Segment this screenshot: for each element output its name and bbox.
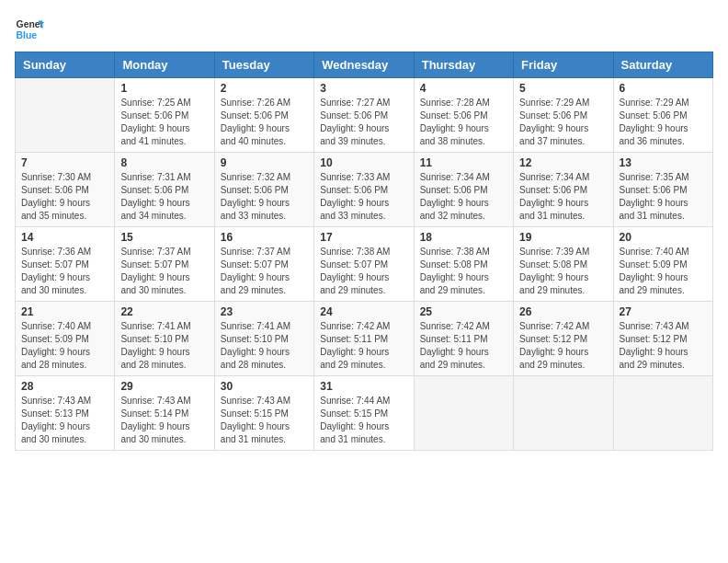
calendar-cell: 3Sunrise: 7:27 AM Sunset: 5:06 PM Daylig…	[314, 78, 414, 153]
calendar-cell: 9Sunrise: 7:32 AM Sunset: 5:06 PM Daylig…	[214, 153, 313, 227]
calendar-cell: 31Sunrise: 7:44 AM Sunset: 5:15 PM Dayli…	[314, 376, 414, 451]
day-info: Sunrise: 7:41 AM Sunset: 5:10 PM Dayligh…	[120, 320, 208, 372]
calendar-cell: 28Sunrise: 7:43 AM Sunset: 5:13 PM Dayli…	[16, 376, 115, 451]
day-number: 20	[620, 231, 707, 244]
day-info: Sunrise: 7:36 AM Sunset: 5:07 PM Dayligh…	[21, 246, 108, 297]
calendar-cell: 30Sunrise: 7:43 AM Sunset: 5:15 PM Dayli…	[214, 376, 313, 451]
day-info: Sunrise: 7:34 AM Sunset: 5:06 PM Dayligh…	[420, 171, 507, 223]
day-number: 23	[221, 305, 308, 318]
calendar-cell: 14Sunrise: 7:36 AM Sunset: 5:07 PM Dayli…	[16, 227, 115, 302]
calendar-cell: 15Sunrise: 7:37 AM Sunset: 5:07 PM Dayli…	[115, 227, 214, 302]
day-info: Sunrise: 7:43 AM Sunset: 5:13 PM Dayligh…	[21, 395, 108, 446]
day-info: Sunrise: 7:30 AM Sunset: 5:06 PM Dayligh…	[21, 171, 108, 223]
day-number: 3	[320, 82, 407, 95]
calendar-cell: 11Sunrise: 7:34 AM Sunset: 5:06 PM Dayli…	[414, 153, 513, 227]
calendar-week-row: 7Sunrise: 7:30 AM Sunset: 5:06 PM Daylig…	[16, 153, 713, 227]
calendar-cell: 27Sunrise: 7:43 AM Sunset: 5:12 PM Dayli…	[613, 302, 712, 376]
weekday-header-thursday: Thursday	[414, 52, 513, 78]
logo: General Blue	[15, 15, 48, 44]
calendar-table: SundayMondayTuesdayWednesdayThursdayFrid…	[15, 52, 713, 451]
day-info: Sunrise: 7:43 AM Sunset: 5:12 PM Dayligh…	[620, 320, 707, 372]
calendar-cell: 6Sunrise: 7:29 AM Sunset: 5:06 PM Daylig…	[613, 78, 712, 153]
day-info: Sunrise: 7:42 AM Sunset: 5:11 PM Dayligh…	[320, 320, 407, 372]
day-number: 24	[320, 305, 407, 318]
day-number: 9	[221, 156, 308, 169]
calendar-cell: 20Sunrise: 7:40 AM Sunset: 5:09 PM Dayli…	[613, 227, 712, 302]
day-info: Sunrise: 7:26 AM Sunset: 5:06 PM Dayligh…	[221, 97, 308, 148]
day-number: 5	[519, 82, 607, 95]
calendar-cell: 25Sunrise: 7:42 AM Sunset: 5:11 PM Dayli…	[414, 302, 513, 376]
day-info: Sunrise: 7:31 AM Sunset: 5:06 PM Dayligh…	[120, 171, 208, 223]
weekday-header-tuesday: Tuesday	[214, 52, 313, 78]
calendar-cell: 23Sunrise: 7:41 AM Sunset: 5:10 PM Dayli…	[214, 302, 313, 376]
day-number: 8	[120, 156, 208, 169]
calendar-cell: 16Sunrise: 7:37 AM Sunset: 5:07 PM Dayli…	[214, 227, 313, 302]
day-info: Sunrise: 7:27 AM Sunset: 5:06 PM Dayligh…	[320, 97, 407, 148]
weekday-header-saturday: Saturday	[613, 52, 712, 78]
calendar-cell: 26Sunrise: 7:42 AM Sunset: 5:12 PM Dayli…	[514, 302, 613, 376]
weekday-header-wednesday: Wednesday	[314, 52, 414, 78]
day-number: 15	[120, 231, 208, 244]
day-info: Sunrise: 7:37 AM Sunset: 5:07 PM Dayligh…	[221, 246, 308, 297]
logo-icon: General Blue	[15, 15, 44, 44]
day-number: 19	[519, 231, 607, 244]
day-number: 1	[120, 82, 208, 95]
day-number: 14	[21, 231, 108, 244]
calendar-header-row: SundayMondayTuesdayWednesdayThursdayFrid…	[16, 52, 713, 78]
calendar-week-row: 21Sunrise: 7:40 AM Sunset: 5:09 PM Dayli…	[16, 302, 713, 376]
day-number: 4	[420, 82, 507, 95]
calendar-cell	[613, 376, 712, 451]
calendar-cell: 18Sunrise: 7:38 AM Sunset: 5:08 PM Dayli…	[414, 227, 513, 302]
calendar-week-row: 14Sunrise: 7:36 AM Sunset: 5:07 PM Dayli…	[16, 227, 713, 302]
calendar-cell: 24Sunrise: 7:42 AM Sunset: 5:11 PM Dayli…	[314, 302, 414, 376]
day-info: Sunrise: 7:29 AM Sunset: 5:06 PM Dayligh…	[519, 97, 607, 148]
day-info: Sunrise: 7:43 AM Sunset: 5:15 PM Dayligh…	[221, 395, 308, 446]
calendar-cell: 4Sunrise: 7:28 AM Sunset: 5:06 PM Daylig…	[414, 78, 513, 153]
day-info: Sunrise: 7:38 AM Sunset: 5:07 PM Dayligh…	[320, 246, 407, 297]
day-info: Sunrise: 7:43 AM Sunset: 5:14 PM Dayligh…	[120, 395, 208, 446]
day-info: Sunrise: 7:33 AM Sunset: 5:06 PM Dayligh…	[320, 171, 407, 223]
day-number: 28	[21, 380, 108, 393]
day-number: 13	[620, 156, 707, 169]
calendar-cell: 7Sunrise: 7:30 AM Sunset: 5:06 PM Daylig…	[16, 153, 115, 227]
day-info: Sunrise: 7:39 AM Sunset: 5:08 PM Dayligh…	[519, 246, 607, 297]
day-info: Sunrise: 7:42 AM Sunset: 5:12 PM Dayligh…	[519, 320, 607, 372]
day-number: 2	[221, 82, 308, 95]
day-number: 27	[620, 305, 707, 318]
day-number: 10	[320, 156, 407, 169]
calendar-cell	[414, 376, 513, 451]
day-number: 31	[320, 380, 407, 393]
day-number: 7	[21, 156, 108, 169]
calendar-week-row: 1Sunrise: 7:25 AM Sunset: 5:06 PM Daylig…	[16, 78, 713, 153]
calendar-week-row: 28Sunrise: 7:43 AM Sunset: 5:13 PM Dayli…	[16, 376, 713, 451]
calendar-cell: 19Sunrise: 7:39 AM Sunset: 5:08 PM Dayli…	[514, 227, 613, 302]
day-info: Sunrise: 7:25 AM Sunset: 5:06 PM Dayligh…	[120, 97, 208, 148]
day-number: 12	[519, 156, 607, 169]
calendar-cell: 1Sunrise: 7:25 AM Sunset: 5:06 PM Daylig…	[115, 78, 214, 153]
calendar-cell: 21Sunrise: 7:40 AM Sunset: 5:09 PM Dayli…	[16, 302, 115, 376]
calendar-cell	[514, 376, 613, 451]
calendar-cell: 2Sunrise: 7:26 AM Sunset: 5:06 PM Daylig…	[214, 78, 313, 153]
day-number: 30	[221, 380, 308, 393]
day-number: 18	[420, 231, 507, 244]
day-info: Sunrise: 7:38 AM Sunset: 5:08 PM Dayligh…	[420, 246, 507, 297]
calendar-cell: 12Sunrise: 7:34 AM Sunset: 5:06 PM Dayli…	[514, 153, 613, 227]
day-number: 6	[620, 82, 707, 95]
day-info: Sunrise: 7:34 AM Sunset: 5:06 PM Dayligh…	[519, 171, 607, 223]
day-info: Sunrise: 7:44 AM Sunset: 5:15 PM Dayligh…	[320, 395, 407, 446]
weekday-header-friday: Friday	[514, 52, 613, 78]
day-info: Sunrise: 7:28 AM Sunset: 5:06 PM Dayligh…	[420, 97, 507, 148]
day-info: Sunrise: 7:42 AM Sunset: 5:11 PM Dayligh…	[420, 320, 507, 372]
day-number: 26	[519, 305, 607, 318]
day-number: 29	[120, 380, 208, 393]
day-number: 21	[21, 305, 108, 318]
calendar-cell: 13Sunrise: 7:35 AM Sunset: 5:06 PM Dayli…	[613, 153, 712, 227]
page-header: General Blue	[15, 15, 713, 44]
weekday-header-sunday: Sunday	[16, 52, 115, 78]
calendar-cell: 8Sunrise: 7:31 AM Sunset: 5:06 PM Daylig…	[115, 153, 214, 227]
weekday-header-monday: Monday	[115, 52, 214, 78]
calendar-cell: 22Sunrise: 7:41 AM Sunset: 5:10 PM Dayli…	[115, 302, 214, 376]
day-info: Sunrise: 7:29 AM Sunset: 5:06 PM Dayligh…	[620, 97, 707, 148]
day-number: 17	[320, 231, 407, 244]
day-number: 16	[221, 231, 308, 244]
